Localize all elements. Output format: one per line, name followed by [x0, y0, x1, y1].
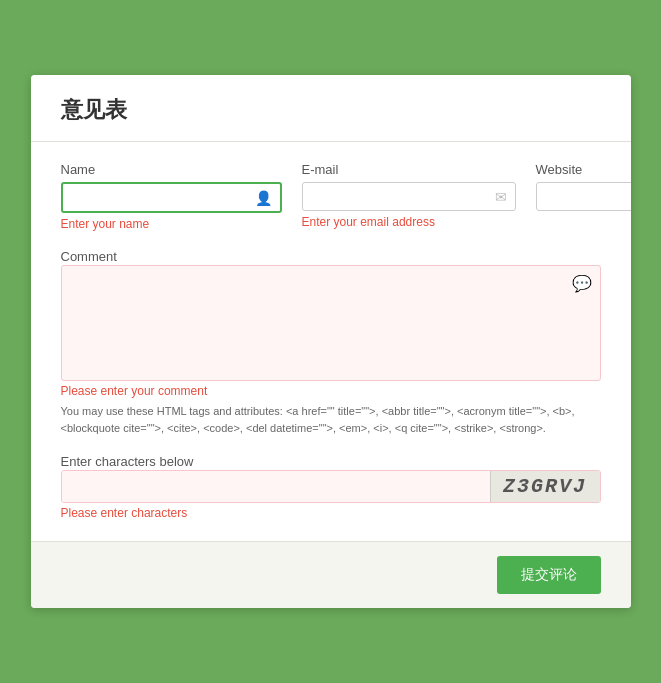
website-input[interactable]: [537, 183, 631, 210]
card-body: Name 👤 Enter your name E-mail ✉ Enter yo…: [31, 142, 631, 541]
captcha-row: Z3GRVJ: [61, 470, 601, 503]
submit-button[interactable]: 提交评论: [497, 556, 601, 594]
name-input-wrapper: 👤: [61, 182, 282, 213]
comment-error: Please enter your comment: [61, 384, 208, 398]
website-label: Website: [536, 162, 631, 177]
name-label: Name: [61, 162, 282, 177]
email-error: Enter your email address: [302, 215, 516, 229]
person-icon: 👤: [247, 190, 280, 206]
comment-textarea[interactable]: [62, 266, 600, 376]
captcha-error: Please enter characters: [61, 506, 188, 520]
comment-field-group: Comment 💬 Please enter your comment You …: [61, 247, 601, 436]
email-field-group: E-mail ✉ Enter your email address: [302, 162, 516, 231]
email-icon: ✉: [487, 189, 515, 205]
comment-textarea-wrapper: 💬: [61, 265, 601, 381]
name-error: Enter your name: [61, 217, 282, 231]
feedback-form-card: 意见表 Name 👤 Enter your name E-mail ✉: [31, 75, 631, 608]
email-label: E-mail: [302, 162, 516, 177]
page-title: 意见表: [61, 95, 601, 125]
website-input-wrapper: 🌐: [536, 182, 631, 211]
comment-label: Comment: [61, 249, 117, 264]
website-field-group: Website 🌐: [536, 162, 631, 231]
captcha-input[interactable]: [62, 471, 490, 502]
name-input[interactable]: [63, 184, 247, 211]
captcha-image: Z3GRVJ: [490, 471, 600, 502]
captcha-label: Enter characters below: [61, 454, 194, 469]
html-hint: You may use these HTML tags and attribut…: [61, 403, 601, 436]
email-input[interactable]: [303, 183, 487, 210]
comment-icon: 💬: [572, 274, 592, 293]
name-field-group: Name 👤 Enter your name: [61, 162, 282, 231]
top-fields-row: Name 👤 Enter your name E-mail ✉ Enter yo…: [61, 162, 601, 231]
card-footer: 提交评论: [31, 541, 631, 608]
card-header: 意见表: [31, 75, 631, 142]
email-input-wrapper: ✉: [302, 182, 516, 211]
captcha-section: Enter characters below Z3GRVJ Please ent…: [61, 452, 601, 521]
